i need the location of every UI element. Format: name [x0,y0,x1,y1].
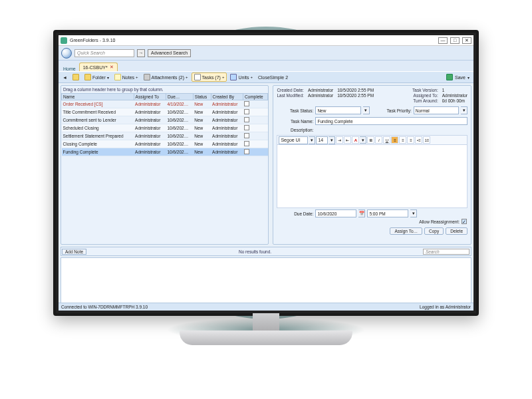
units-button[interactable]: Units+ [228,72,254,82]
tasks-icon [194,74,201,80]
bold-button[interactable]: B [367,136,374,144]
created-by-value: Administrator [308,88,333,92]
save-icon [446,74,453,80]
due-date-input[interactable]: 10/6/2020 [315,209,356,217]
column-header[interactable]: Complete [243,94,268,100]
task-status-label: Task Status: [277,108,313,113]
table-row[interactable]: Commitment sent to LenderAdministrator10… [62,116,268,124]
home-tab[interactable]: Home [61,66,78,71]
allow-reassign-checkbox[interactable]: ✓ [462,219,467,224]
task-priority-select[interactable]: Normal [414,106,459,114]
window-title: GreenFolders - 3.9.10 [70,38,115,43]
copy-button[interactable]: Copy [424,227,444,235]
size-select[interactable]: 14 [316,136,328,144]
task-priority-label: Task Priority: [372,108,412,113]
created-ts-value: 10/5/2020 2:55 PM [337,88,374,92]
calendar-icon[interactable]: 📅 [358,209,365,217]
task-name-label: Task Name: [277,119,313,124]
modified-ts-value: 10/5/2020 2:55 PM [337,93,374,98]
assignedto-label: Assigned To: [412,93,438,98]
notes-bar: Add Note No results found. Search [61,247,471,256]
tab-strip: Home 16-CSBUY* ✕ [59,61,473,71]
advanced-search-button[interactable]: Advanced Search [148,49,191,57]
font-dd-icon[interactable]: ▾ [309,136,315,144]
table-row[interactable]: Title Commitment ReceivedAdministrator10… [62,108,268,116]
rte-toolbar: Segoe UI▾ 14▾ ⇥ ⇤ A▾ B I U ≡ ≡ ≡ •≡ 1≡ [277,135,467,144]
units-icon [230,74,237,80]
column-header[interactable]: Due… [166,94,193,100]
connection-status: Connected to WIN-7DDRNMMFTRPH 3.9.10 [61,305,148,309]
notes-icon [114,74,121,80]
minimize-button[interactable]: — [438,37,448,44]
column-header[interactable]: Assigned To [134,94,166,100]
print-icon [72,74,79,80]
close-button[interactable]: ✕ [462,37,471,44]
outdent-button[interactable]: ⇤ [344,136,351,144]
turnaround-value: 0d 00h 00m [442,98,467,103]
login-status: Logged in as Administrator [420,305,471,309]
task-name-input[interactable]: Funding Complete [315,117,467,125]
priority-dd-icon[interactable]: ▾ [461,106,467,114]
indent-button[interactable]: ⇥ [336,136,343,144]
textcolor-button[interactable]: A [352,136,359,144]
window-titlebar: GreenFolders - 3.9.10 — □ ✕ [59,35,473,46]
due-time-input[interactable]: 5:00 PM [367,209,408,217]
notes-button[interactable]: Notes+ [112,72,140,82]
version-label: Task Version: [412,88,438,92]
size-dd-icon[interactable]: ▾ [329,136,335,144]
file-tab-label: 16-CSBUY* [83,65,108,70]
table-row[interactable]: Closing CompleteAdministrator10/6/202…Ne… [62,140,268,148]
main-toolbar: ◄ Folder▾ Notes+ Attachments (2)+ Tasks … [59,71,473,83]
table-row[interactable]: Order Received [CS]Administrator4/10/202… [62,100,268,108]
print-button[interactable] [70,72,81,82]
closesimple-button[interactable]: CloseSimple 2 [256,72,290,82]
font-select[interactable]: Segoe UI [279,136,308,144]
numbers-button[interactable]: 1≡ [423,136,430,144]
add-note-button[interactable]: Add Note [62,249,86,255]
back-button[interactable]: ◄ [61,72,69,82]
time-dd-icon[interactable]: ▾ [410,209,417,217]
underline-button[interactable]: U [383,136,390,144]
status-dd-icon[interactable]: ▾ [363,106,370,114]
align-center-button[interactable]: ≡ [399,136,406,144]
align-left-button[interactable]: ≡ [391,136,398,144]
column-header[interactable]: Created By [211,94,243,100]
textcolor-dd[interactable]: ▾ [360,136,366,144]
file-tab[interactable]: 16-CSBUY* ✕ [79,63,118,71]
bullets-button[interactable]: •≡ [415,136,422,144]
assign-to-button[interactable]: Assign To… [390,227,422,235]
allow-reassign-label: Allow Reassignment: [419,219,460,224]
italic-button[interactable]: I [375,136,382,144]
table-row[interactable]: Scheduled ClosingAdministrator10/6/202…N… [62,124,268,132]
delete-button[interactable]: Delete [446,227,467,235]
align-right-button[interactable]: ≡ [407,136,414,144]
attachments-button[interactable]: Attachments (2)+ [142,72,190,82]
tasks-button[interactable]: Tasks (7)+ [192,72,227,82]
notes-area [61,257,471,309]
folder-icon [84,74,91,80]
column-header[interactable]: Status [193,94,211,100]
save-button[interactable]: Save▾ [444,72,471,82]
table-row[interactable]: Settlement Statement PreparedAdministrat… [62,132,268,140]
group-by-hint: Drag a column header here to group by th… [61,86,268,93]
turnaround-label: Turn Around: [412,98,438,103]
column-header[interactable]: Name [62,94,134,100]
status-bar: Connected to WIN-7DDRNMMFTRPH 3.9.10 Log… [59,303,473,311]
task-status-select[interactable]: New [315,106,360,114]
due-date-label: Due Date: [277,211,313,216]
assignedto-value: Administrator [442,93,467,98]
close-tab-icon[interactable]: ✕ [110,65,114,70]
search-go-button[interactable]: → [137,49,145,57]
app-icon [61,37,67,44]
notes-search-input[interactable]: Search [423,249,469,255]
folder-button[interactable]: Folder▾ [82,72,111,82]
modified-by-value: Administrator [308,93,333,98]
task-grid[interactable]: NameAssigned ToDue…StatusCreated ByCompl… [61,93,268,156]
search-bar: Quick Search → Advanced Search [59,46,473,61]
quick-search-input[interactable]: Quick Search [74,49,134,57]
description-textarea[interactable] [277,144,467,208]
modified-label: Last Modified: [277,93,303,98]
home-orb-icon[interactable] [61,48,72,59]
maximize-button[interactable]: □ [450,37,460,44]
table-row[interactable]: Funding CompleteAdministrator10/6/202…Ne… [62,148,268,156]
